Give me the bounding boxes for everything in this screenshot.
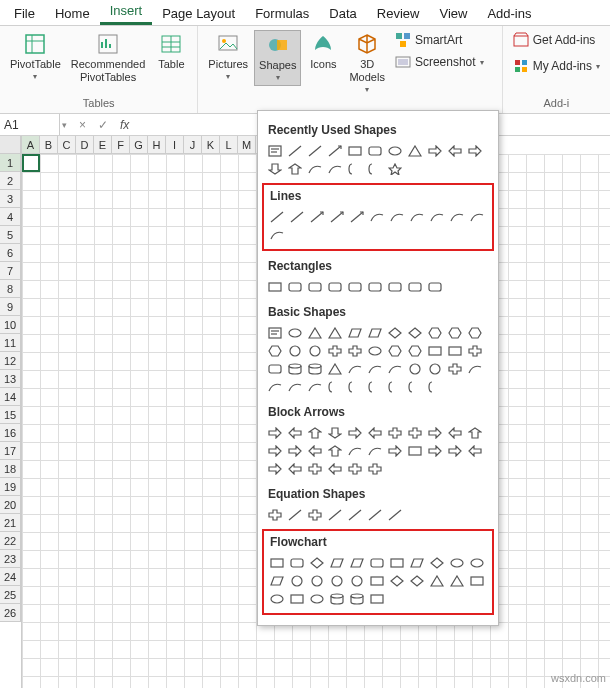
shape-larrow[interactable] bbox=[446, 143, 464, 159]
row-header-15[interactable]: 15 bbox=[0, 406, 21, 424]
shape-plus[interactable] bbox=[266, 507, 284, 523]
shape-curve[interactable] bbox=[286, 379, 304, 395]
shape-uarrow[interactable] bbox=[286, 161, 304, 177]
shape-diamond[interactable] bbox=[406, 325, 424, 341]
shape-curve[interactable] bbox=[368, 209, 386, 225]
shape-uarrow[interactable] bbox=[466, 425, 484, 441]
row-header-18[interactable]: 18 bbox=[0, 460, 21, 478]
pictures-button[interactable]: Pictures ▾ bbox=[204, 30, 252, 84]
shape-uarrow[interactable] bbox=[326, 443, 344, 459]
col-header-E[interactable]: E bbox=[94, 136, 112, 154]
row-header-23[interactable]: 23 bbox=[0, 550, 21, 568]
fx-icon[interactable]: fx bbox=[116, 118, 133, 132]
shape-arrow[interactable] bbox=[348, 209, 366, 225]
shape-rect[interactable] bbox=[368, 591, 386, 607]
row-header-10[interactable]: 10 bbox=[0, 316, 21, 334]
col-header-K[interactable]: K bbox=[202, 136, 220, 154]
shape-circ[interactable] bbox=[426, 361, 444, 377]
shape-rect[interactable] bbox=[468, 573, 486, 589]
shape-tri[interactable] bbox=[428, 573, 446, 589]
shape-brace[interactable] bbox=[386, 379, 404, 395]
shape-arrow[interactable] bbox=[308, 209, 326, 225]
shape-plus[interactable] bbox=[346, 343, 364, 359]
shape-oval[interactable] bbox=[366, 343, 384, 359]
shape-rarrow[interactable] bbox=[286, 443, 304, 459]
col-header-D[interactable]: D bbox=[76, 136, 94, 154]
tab-addins[interactable]: Add-ins bbox=[477, 2, 541, 25]
shape-tri[interactable] bbox=[448, 573, 466, 589]
screenshot-button[interactable]: Screenshot ▾ bbox=[391, 52, 488, 72]
shape-curve[interactable] bbox=[346, 443, 364, 459]
shape-curve[interactable] bbox=[448, 209, 466, 225]
shape-curve[interactable] bbox=[266, 379, 284, 395]
shape-curve[interactable] bbox=[468, 209, 486, 225]
shape-circ[interactable] bbox=[308, 573, 326, 589]
shape-rrect[interactable] bbox=[386, 279, 404, 295]
row-header-6[interactable]: 6 bbox=[0, 244, 21, 262]
shape-circ[interactable] bbox=[306, 343, 324, 359]
shape-diamond[interactable] bbox=[408, 573, 426, 589]
shape-plus[interactable] bbox=[326, 343, 344, 359]
shape-rarrow[interactable] bbox=[466, 143, 484, 159]
shape-line[interactable] bbox=[366, 507, 384, 523]
shape-rrect[interactable] bbox=[306, 279, 324, 295]
smartart-button[interactable]: SmartArt bbox=[391, 30, 488, 50]
col-header-L[interactable]: L bbox=[220, 136, 238, 154]
shape-cyl[interactable] bbox=[328, 591, 346, 607]
table-button[interactable]: Table bbox=[151, 30, 191, 73]
shape-tri[interactable] bbox=[306, 325, 324, 341]
row-header-12[interactable]: 12 bbox=[0, 352, 21, 370]
shape-brace[interactable] bbox=[366, 161, 384, 177]
shape-plus[interactable] bbox=[346, 461, 364, 477]
shape-larrow[interactable] bbox=[366, 425, 384, 441]
shape-brace[interactable] bbox=[346, 161, 364, 177]
shape-rect[interactable] bbox=[288, 591, 306, 607]
shape-hex[interactable] bbox=[406, 343, 424, 359]
shape-para[interactable] bbox=[328, 555, 346, 571]
row-header-19[interactable]: 19 bbox=[0, 478, 21, 496]
row-header-7[interactable]: 7 bbox=[0, 262, 21, 280]
shape-rect[interactable] bbox=[368, 573, 386, 589]
row-header-20[interactable]: 20 bbox=[0, 496, 21, 514]
shapes-button[interactable]: Shapes ▾ bbox=[254, 30, 301, 86]
shape-arrow[interactable] bbox=[328, 209, 346, 225]
tab-view[interactable]: View bbox=[429, 2, 477, 25]
row-header-2[interactable]: 2 bbox=[0, 172, 21, 190]
row-header-3[interactable]: 3 bbox=[0, 190, 21, 208]
shape-rarrow[interactable] bbox=[446, 443, 464, 459]
tab-file[interactable]: File bbox=[4, 2, 45, 25]
shape-plus[interactable] bbox=[466, 343, 484, 359]
shape-line[interactable] bbox=[326, 507, 344, 523]
shape-cyl[interactable] bbox=[286, 361, 304, 377]
shape-rrect[interactable] bbox=[366, 279, 384, 295]
col-header-G[interactable]: G bbox=[130, 136, 148, 154]
shape-larrow[interactable] bbox=[446, 425, 464, 441]
shape-rrect[interactable] bbox=[366, 143, 384, 159]
row-header-13[interactable]: 13 bbox=[0, 370, 21, 388]
shape-rarrow[interactable] bbox=[266, 461, 284, 477]
shape-txt[interactable] bbox=[266, 143, 284, 159]
shape-circ[interactable] bbox=[348, 573, 366, 589]
active-cell[interactable] bbox=[22, 154, 40, 172]
shape-plus[interactable] bbox=[406, 425, 424, 441]
shape-line[interactable] bbox=[268, 209, 286, 225]
row-header-5[interactable]: 5 bbox=[0, 226, 21, 244]
shape-diamond[interactable] bbox=[428, 555, 446, 571]
shape-rect[interactable] bbox=[346, 143, 364, 159]
shape-rarrow[interactable] bbox=[426, 425, 444, 441]
row-header-17[interactable]: 17 bbox=[0, 442, 21, 460]
shape-oval[interactable] bbox=[286, 325, 304, 341]
tab-review[interactable]: Review bbox=[367, 2, 430, 25]
col-header-C[interactable]: C bbox=[58, 136, 76, 154]
shape-darrow[interactable] bbox=[326, 425, 344, 441]
shape-diamond[interactable] bbox=[308, 555, 326, 571]
shape-circ[interactable] bbox=[328, 573, 346, 589]
row-header-24[interactable]: 24 bbox=[0, 568, 21, 586]
shape-brace[interactable] bbox=[346, 379, 364, 395]
shape-txt[interactable] bbox=[266, 325, 284, 341]
shape-para[interactable] bbox=[268, 573, 286, 589]
shape-curve[interactable] bbox=[388, 209, 406, 225]
tab-data[interactable]: Data bbox=[319, 2, 366, 25]
shape-curve[interactable] bbox=[428, 209, 446, 225]
shape-curve[interactable] bbox=[366, 443, 384, 459]
